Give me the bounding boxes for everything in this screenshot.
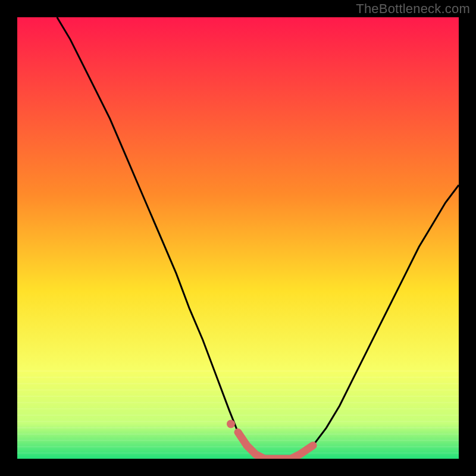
svg-rect-7	[17, 415, 459, 416]
svg-rect-13	[17, 452, 459, 453]
svg-rect-2	[17, 383, 459, 384]
svg-rect-0	[17, 371, 459, 372]
chart-frame: TheBottleneck.com	[0, 0, 476, 476]
svg-rect-8	[17, 421, 459, 422]
watermark-label: TheBottleneck.com	[356, 1, 470, 17]
svg-rect-1	[17, 377, 459, 378]
svg-rect-5	[17, 402, 459, 403]
svg-rect-3	[17, 389, 459, 390]
gradient-background	[17, 17, 459, 459]
svg-rect-4	[17, 396, 459, 397]
svg-rect-12	[17, 446, 459, 447]
svg-point-14	[227, 420, 235, 428]
bottleneck-chart	[17, 17, 459, 459]
svg-rect-11	[17, 440, 459, 441]
svg-rect-9	[17, 427, 459, 428]
svg-rect-6	[17, 408, 459, 409]
